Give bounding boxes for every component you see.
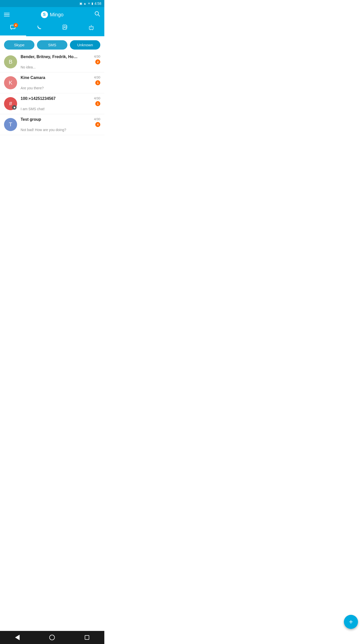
conversation-date: 4/30 xyxy=(94,75,100,79)
avatar: B xyxy=(4,55,17,68)
hamburger-line-2 xyxy=(4,14,10,15)
filter-unknown-button[interactable]: Unknown xyxy=(70,40,100,50)
conversation-date: 4/30 xyxy=(94,55,100,58)
app-title-text: Mingo xyxy=(50,12,63,18)
svg-point-4 xyxy=(64,26,65,27)
list-item[interactable]: B Bender, Britney, Fredrik, Homer, Joann… xyxy=(0,52,104,72)
tab-calls[interactable] xyxy=(26,22,52,36)
filter-sms-button[interactable]: SMS xyxy=(37,40,67,50)
conversation-name: 100:+14251234567 xyxy=(21,96,56,101)
conversation-preview: Not bad! How are you doing? xyxy=(21,128,100,132)
avatar: # ◼ xyxy=(4,97,17,110)
conversation-date: 4/30 xyxy=(94,117,100,121)
conversation-content: Kine Camara 4/30 1 Are you there? xyxy=(21,75,100,90)
svg-point-12 xyxy=(91,25,92,25)
menu-button[interactable] xyxy=(4,13,10,16)
chat-badge: 4 xyxy=(14,23,18,27)
conversation-content: 100:+14251234567 4/30 1 I am SMS chat! xyxy=(21,96,100,111)
unread-badge: 1 xyxy=(95,101,100,106)
conversation-meta: 4/30 2 xyxy=(94,55,100,64)
tab-bots[interactable] xyxy=(78,22,104,36)
signal-icon: ✕ xyxy=(88,2,90,5)
conversation-header: Test group 4/30 4 xyxy=(21,117,100,127)
battery-icon: ▮ xyxy=(92,2,93,5)
svg-point-9 xyxy=(90,27,91,28)
conversation-content: Bender, Britney, Fredrik, Homer, Joanna,… xyxy=(21,55,100,69)
skype-logo-icon: S xyxy=(41,11,48,18)
conversation-meta: 4/30 4 xyxy=(94,117,100,127)
svg-point-0 xyxy=(95,12,99,15)
bots-icon xyxy=(88,24,94,32)
vibrate-icon: ▣ xyxy=(79,2,82,5)
app-bar-right xyxy=(94,11,100,18)
phone-icon xyxy=(36,24,42,32)
avatar: T xyxy=(4,118,17,131)
filter-bar: Skype SMS Unknown xyxy=(0,36,104,52)
avatar: K xyxy=(4,76,17,89)
conversation-name: Test group xyxy=(21,117,41,122)
svg-rect-3 xyxy=(63,25,66,29)
svg-line-1 xyxy=(98,15,100,16)
contacts-icon xyxy=(62,24,68,32)
sms-badge-icon: ◼ xyxy=(12,105,17,110)
list-item[interactable]: K Kine Camara 4/30 1 Are you there? xyxy=(0,72,104,93)
svg-point-10 xyxy=(92,27,93,28)
status-time: 4:58 xyxy=(95,2,101,6)
conversation-name: Kine Camara xyxy=(21,75,45,80)
conversation-preview: No idea... xyxy=(21,65,100,69)
unread-badge: 4 xyxy=(95,122,100,127)
conversation-date: 4/30 xyxy=(94,96,100,100)
conversation-list: B Bender, Britney, Fredrik, Homer, Joann… xyxy=(0,52,104,135)
chat-icon: 4 xyxy=(10,24,16,32)
wifi-icon: ▲ xyxy=(83,2,86,5)
conversation-name: Bender, Britney, Fredrik, Homer, Joanna,… xyxy=(21,55,81,59)
unread-badge: 1 xyxy=(95,80,100,85)
unread-badge: 2 xyxy=(95,59,100,64)
filter-skype-button[interactable]: Skype xyxy=(4,40,34,50)
tab-contacts[interactable] xyxy=(52,22,78,36)
status-bar: ▣ ▲ ✕ ▮ 4:58 xyxy=(0,0,104,7)
hamburger-line-3 xyxy=(4,16,10,16)
conversation-meta: 4/30 1 xyxy=(94,75,100,85)
search-icon[interactable] xyxy=(94,11,100,18)
app-bar: S Mingo xyxy=(0,7,104,22)
svg-rect-8 xyxy=(89,26,93,29)
tab-chat[interactable]: 4 xyxy=(0,22,26,36)
hamburger-line-1 xyxy=(4,13,10,13)
conversation-preview: Are you there? xyxy=(21,86,100,90)
conversation-header: 100:+14251234567 4/30 1 xyxy=(21,96,100,106)
tab-bar: 4 xyxy=(0,22,104,36)
list-item[interactable]: # ◼ 100:+14251234567 4/30 1 I am SMS cha… xyxy=(0,93,104,114)
conversation-content: Test group 4/30 4 Not bad! How are you d… xyxy=(21,117,100,132)
app-title: S Mingo xyxy=(41,11,63,18)
list-item[interactable]: T Test group 4/30 4 Not bad! How are you… xyxy=(0,114,104,135)
status-icons: ▣ ▲ ✕ ▮ 4:58 xyxy=(79,2,101,6)
conversation-preview: I am SMS chat! xyxy=(21,107,100,111)
app-bar-left xyxy=(4,13,10,16)
conversation-meta: 4/30 1 xyxy=(94,96,100,106)
conversation-header: Bender, Britney, Fredrik, Homer, Joanna,… xyxy=(21,55,100,64)
conversation-header: Kine Camara 4/30 1 xyxy=(21,75,100,85)
